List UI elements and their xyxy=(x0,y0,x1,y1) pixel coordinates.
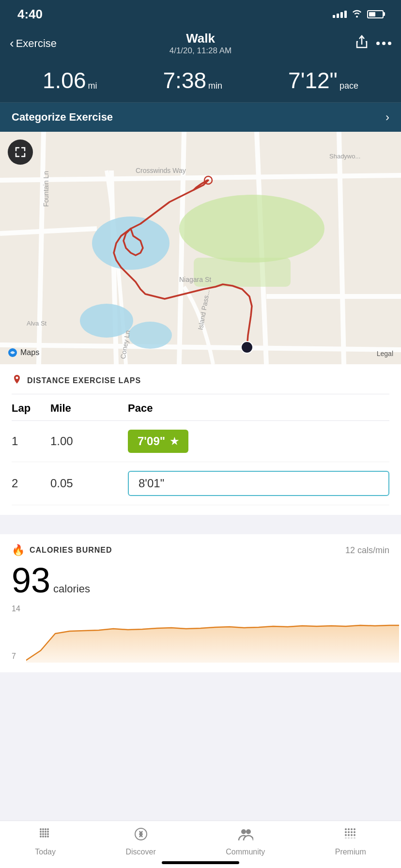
svg-point-49 xyxy=(351,828,353,830)
svg-text:Fountain Ln: Fountain Ln xyxy=(42,171,50,207)
svg-point-38 xyxy=(40,836,42,837)
header-subtitle: 4/1/20, 11:28 AM xyxy=(77,46,324,56)
calories-unit: calories xyxy=(53,583,90,595)
categorize-label: Categorize Exercise xyxy=(12,111,113,124)
header: ‹ Exercise Walk 4/1/20, 11:28 AM xyxy=(0,26,401,64)
svg-point-32 xyxy=(40,833,42,835)
svg-point-26 xyxy=(40,828,42,830)
svg-point-47 xyxy=(345,828,347,830)
svg-point-45 xyxy=(241,829,246,834)
chart-labels: 14 7 xyxy=(12,604,20,663)
calories-left: 🔥 CALORIES BURNED xyxy=(12,544,112,557)
map-container[interactable]: Fountain Ln Alva St Coney Ln Island Pass… xyxy=(0,132,401,364)
grid-icon xyxy=(38,827,53,845)
svg-point-62 xyxy=(354,837,355,839)
nav-item-discover[interactable]: Discover xyxy=(126,827,156,856)
chart-label-low: 7 xyxy=(12,652,20,661)
flame-icon: 🔥 xyxy=(12,544,25,557)
laps-col-headers: Lap Mile Pace xyxy=(12,402,389,421)
svg-point-30 xyxy=(42,831,44,833)
calories-rate: 12 cals/min xyxy=(345,545,389,556)
nav-label-discover: Discover xyxy=(126,848,156,856)
svg-point-33 xyxy=(42,833,44,835)
status-icons xyxy=(333,9,384,20)
calories-header: 🔥 CALORIES BURNED 12 cals/min xyxy=(12,544,389,561)
svg-point-40 xyxy=(45,836,46,837)
stat-duration-value: 7:38 xyxy=(163,68,207,93)
stat-duration: 7:38min xyxy=(163,69,223,92)
lap-pace-2: 8'01" xyxy=(128,471,389,496)
svg-point-41 xyxy=(47,836,49,837)
svg-point-50 xyxy=(345,831,347,833)
nav-label-today: Today xyxy=(35,848,56,856)
svg-point-13 xyxy=(92,217,170,270)
col-lap-header: Lap xyxy=(12,402,50,415)
pace-best-badge: 7'09" ★ xyxy=(128,430,188,453)
svg-point-58 xyxy=(354,834,355,836)
svg-point-55 xyxy=(351,834,353,836)
stat-distance-unit: mi xyxy=(88,81,97,91)
lap-pace-1: 7'09" ★ xyxy=(128,430,389,453)
header-center: Walk 4/1/20, 11:28 AM xyxy=(77,31,324,56)
location-pin-icon xyxy=(12,374,22,387)
svg-point-34 xyxy=(45,833,46,835)
maps-logo: Maps xyxy=(8,348,39,357)
calories-chart: 14 7 xyxy=(12,604,389,663)
share-button[interactable] xyxy=(355,34,369,53)
chart-svg-wrap xyxy=(26,604,389,663)
svg-point-11 xyxy=(179,195,324,263)
svg-point-61 xyxy=(351,837,353,839)
nav-item-community[interactable]: Community xyxy=(226,827,265,856)
section-divider xyxy=(0,515,401,525)
back-label: Exercise xyxy=(16,37,57,50)
map-expand-button[interactable] xyxy=(8,140,33,165)
categorize-bar[interactable]: Categorize Exercise › xyxy=(0,103,401,132)
page-content: DISTANCE EXERCISE LAPS Lap Mile Pace 1 1… xyxy=(0,364,401,740)
calories-value-row: 93calories xyxy=(12,561,389,600)
svg-point-52 xyxy=(351,831,353,833)
col-mile-header: Mile xyxy=(50,402,128,415)
calories-value: 93 xyxy=(12,561,50,600)
laps-header: DISTANCE EXERCISE LAPS xyxy=(12,374,389,394)
header-actions xyxy=(324,34,391,53)
lap-row-1: 1 1.00 7'09" ★ xyxy=(12,421,389,462)
chart-label-high: 14 xyxy=(12,604,20,613)
svg-text:Alva St: Alva St xyxy=(27,320,47,327)
nav-label-community: Community xyxy=(226,848,265,856)
back-button[interactable]: ‹ Exercise xyxy=(10,36,77,51)
svg-point-56 xyxy=(354,828,355,830)
nav-item-premium[interactable]: Premium xyxy=(335,827,366,856)
battery-icon xyxy=(367,10,384,18)
svg-point-24 xyxy=(241,341,253,353)
pace-normal-badge: 8'01" xyxy=(128,471,389,496)
stat-distance-value: 1.06 xyxy=(43,68,86,93)
stat-pace-value: 7'12" xyxy=(288,68,338,93)
svg-point-60 xyxy=(348,837,350,839)
svg-point-31 xyxy=(45,831,46,833)
svg-point-57 xyxy=(354,831,355,833)
home-indicator xyxy=(162,861,239,864)
calories-title: CALORIES BURNED xyxy=(30,546,112,555)
laps-section: DISTANCE EXERCISE LAPS Lap Mile Pace 1 1… xyxy=(0,364,401,515)
svg-point-29 xyxy=(40,831,42,833)
stats-bar: 1.06mi 7:38min 7'12"pace xyxy=(0,64,401,103)
status-bar: 4:40 xyxy=(0,0,401,26)
svg-point-28 xyxy=(45,828,46,830)
svg-text:Shadywo...: Shadywo... xyxy=(329,153,360,160)
svg-point-15 xyxy=(128,322,172,349)
svg-text:Niagara St: Niagara St xyxy=(179,276,211,283)
more-button[interactable] xyxy=(376,42,391,45)
lap-num-1: 1 xyxy=(12,434,50,448)
stat-duration-unit: min xyxy=(208,81,222,91)
svg-point-46 xyxy=(246,829,251,834)
svg-point-27 xyxy=(42,828,44,830)
lap-mile-1: 1.00 xyxy=(50,434,128,448)
people-icon xyxy=(238,827,253,845)
nav-label-premium: Premium xyxy=(335,848,366,856)
stat-pace-unit: pace xyxy=(339,81,358,91)
nav-item-today[interactable]: Today xyxy=(35,827,56,856)
dot-icon xyxy=(376,42,380,45)
svg-point-35 xyxy=(47,828,49,830)
legal-label: Legal xyxy=(377,350,393,357)
svg-point-37 xyxy=(47,833,49,835)
